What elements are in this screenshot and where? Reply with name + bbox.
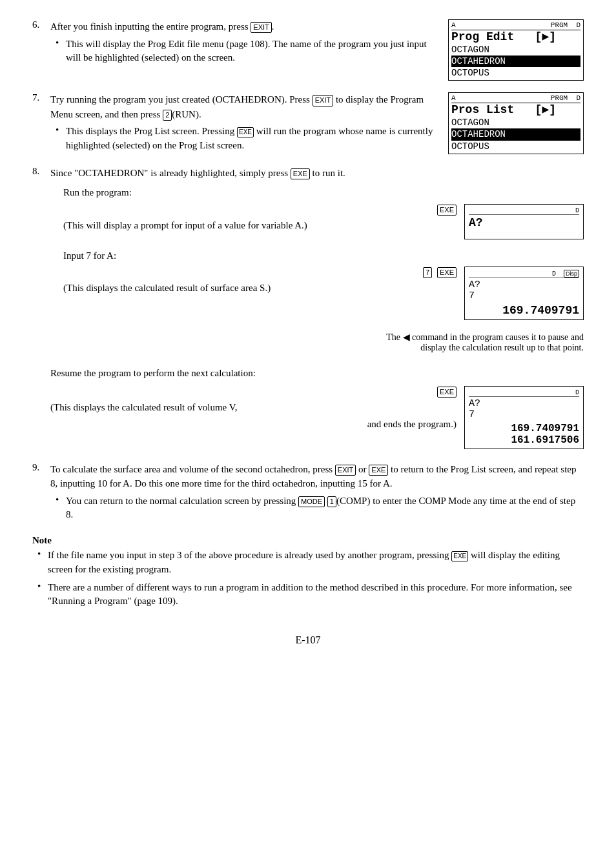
resume-text-col: EXE (This displays the calculated result… bbox=[50, 386, 457, 434]
step-8-text: Since "OCTAHEDRON" is already highlighte… bbox=[50, 166, 584, 181]
screen-box-7: A PRGM D Pros List [▶] OCTAGON OCTAHEDRO… bbox=[448, 92, 584, 154]
page-number: E-107 bbox=[295, 634, 320, 645]
step-7-text-col: Try running the program you just created… bbox=[50, 92, 435, 153]
pause-caption-line2: display the calculation result up to tha… bbox=[32, 343, 584, 353]
bullet-dot-7: • bbox=[56, 125, 66, 153]
screen-row-6-2: OCTOPUS bbox=[451, 67, 580, 79]
input-7-label: Input 7 for A: bbox=[63, 248, 584, 263]
exe-key-8: EXE bbox=[291, 168, 310, 179]
step-9-text: To calculate the surface area and volume… bbox=[50, 462, 584, 491]
resume-exe-key: EXE bbox=[437, 387, 457, 398]
note-section: Note • If the file name you input in ste… bbox=[32, 535, 584, 609]
resume-screen-d: D bbox=[575, 389, 579, 396]
resume-calc-line1: (This displays the calculated result of … bbox=[50, 400, 457, 415]
exe-prompt-key: EXE bbox=[437, 205, 457, 216]
exit-key-7: EXIT bbox=[313, 95, 333, 106]
key-1-9: 1 bbox=[327, 496, 336, 507]
mode-key-9: MODE bbox=[298, 496, 325, 507]
screen-row-7-1: OCTAHEDRON bbox=[451, 128, 580, 140]
step-6-text-col: After you finish inputting the entire pr… bbox=[50, 19, 435, 65]
screen-title-7: Pros List [▶] bbox=[451, 104, 580, 117]
resume-result1: 169.7409791 bbox=[469, 423, 579, 434]
screen-b-line1: A? bbox=[469, 279, 579, 290]
screen-a-line1: A? bbox=[469, 216, 579, 229]
step-6-body: After you finish inputting the entire pr… bbox=[50, 19, 584, 81]
resume-screen-col: D A? 7 169.7409791 161.6917506 bbox=[464, 386, 584, 449]
screen-row-6-1: OCTAHEDRON bbox=[451, 56, 580, 67]
note-bullet-1: • If the file name you input in step 3 o… bbox=[32, 549, 584, 577]
step-7-bullet: • This displays the Prog List screen. Pr… bbox=[56, 125, 435, 153]
step-8-num: 8. bbox=[32, 166, 50, 321]
screen-header-7: A PRGM D bbox=[451, 94, 580, 103]
note-bullet-dot-2: • bbox=[37, 581, 48, 609]
resume-inner: EXE (This displays the calculated result… bbox=[50, 386, 584, 449]
resume-line1: A? bbox=[469, 398, 579, 409]
bullet-dot-6: • bbox=[56, 37, 66, 66]
bullet-text-9: You can return to the normal calculation… bbox=[66, 494, 584, 523]
prompt-caption: (This will display a prompt for input of… bbox=[63, 218, 457, 233]
input7-text-col: 7 EXE (This displays the calculated resu… bbox=[63, 267, 457, 298]
screen-a-col: D A? bbox=[464, 204, 584, 239]
bullet-text-7: This displays the Prog List screen. Pres… bbox=[66, 125, 435, 153]
exe-prompt-key-line: EXE bbox=[63, 204, 457, 216]
screen-header-6: A PRGM D bbox=[451, 21, 580, 30]
resume-section: Resume the program to perform the next c… bbox=[50, 366, 584, 449]
screen-header-label-6: PRGM D bbox=[551, 21, 580, 29]
step-9-body: To calculate the surface area and volume… bbox=[50, 462, 584, 523]
prompt-row: EXE (This will display a prompt for inpu… bbox=[63, 204, 584, 239]
exe-key-7: EXE bbox=[237, 127, 254, 137]
bullet-dot-9: • bbox=[56, 494, 66, 523]
screen-a-d: D bbox=[575, 207, 579, 214]
note-bullet-text-1: If the file name you input in step 3 of … bbox=[48, 549, 584, 577]
key-2-7: 2 bbox=[163, 110, 172, 121]
resume-line2: 7 bbox=[469, 409, 579, 420]
screen-title-6: Prog Edit [▶] bbox=[451, 31, 580, 44]
screen-header-left-7: A bbox=[451, 94, 456, 102]
screen-b-d: D Disp bbox=[552, 270, 579, 278]
step-7-body: Try running the program you just created… bbox=[50, 92, 584, 154]
calc-surface-caption: (This displays the calculated result of … bbox=[63, 281, 457, 296]
step-6-num: 6. bbox=[32, 19, 50, 81]
prompt-text-col: EXE (This will display a prompt for inpu… bbox=[63, 204, 457, 236]
screen-b-col: D Disp A? 7 169.7409791 bbox=[464, 267, 584, 320]
input7-row: Input 7 for A: 7 EXE (This displays the … bbox=[63, 248, 584, 321]
disp-badge: Disp bbox=[564, 270, 579, 278]
step-7-screen: A PRGM D Pros List [▶] OCTAGON OCTAHEDRO… bbox=[448, 92, 584, 154]
step-6-bullet: • This will display the Prog Edit file m… bbox=[56, 37, 435, 66]
page-content: 6. After you finish inputting the entire… bbox=[32, 19, 584, 646]
screen-a: D A? bbox=[464, 204, 584, 239]
key-7: 7 bbox=[423, 267, 432, 278]
run-program-block: Run the program: EXE (This will display … bbox=[63, 185, 584, 320]
resume-label: Resume the program to perform the next c… bbox=[50, 366, 584, 381]
step-7-num: 7. bbox=[32, 92, 50, 154]
screen-row-6-0: OCTAGON bbox=[451, 44, 580, 56]
step-7: 7. Try running the program you just crea… bbox=[32, 92, 584, 154]
screen-b: D Disp A? 7 169.7409791 bbox=[464, 267, 584, 320]
step-8-body: Since "OCTAHEDRON" is already highlighte… bbox=[50, 166, 584, 321]
step-7-text: Try running the program you just created… bbox=[50, 92, 435, 121]
step-6-with-screen: After you finish inputting the entire pr… bbox=[50, 19, 584, 81]
screen-box-6: A PRGM D Prog Edit [▶] OCTAGON OCTAHEDRO… bbox=[448, 19, 584, 81]
screen-header-label-7: PRGM D bbox=[551, 94, 580, 102]
note-bullet-2: • There are a number of different ways t… bbox=[32, 581, 584, 609]
screen-a-header: D bbox=[469, 207, 579, 215]
resume-exe-line: EXE bbox=[50, 386, 457, 398]
note-bullet-text-2: There are a number of different ways to … bbox=[48, 581, 584, 609]
step-9: 9. To calculate the surface area and vol… bbox=[32, 462, 584, 523]
step-6-text: After you finish inputting the entire pr… bbox=[50, 19, 435, 34]
exe-key-note1: EXE bbox=[451, 551, 468, 561]
key7-exe-line: 7 EXE bbox=[63, 267, 457, 278]
exe-key-9: EXE bbox=[369, 465, 388, 476]
screen-header-left-6: A bbox=[451, 21, 456, 29]
screen-b-line2: 7 bbox=[469, 290, 579, 301]
step-8: 8. Since "OCTAHEDRON" is already highlig… bbox=[32, 166, 584, 321]
resume-screen-header: D bbox=[469, 389, 579, 397]
step-9-num: 9. bbox=[32, 462, 50, 523]
input7-inner: 7 EXE (This displays the calculated resu… bbox=[63, 267, 584, 320]
run-program-label: Run the program: bbox=[63, 185, 584, 200]
note-bullet-dot-1: • bbox=[37, 549, 48, 577]
exit-key-9: EXIT bbox=[335, 465, 356, 476]
screen-row-7-0: OCTAGON bbox=[451, 117, 580, 128]
note-title: Note bbox=[32, 535, 584, 546]
pause-caption: The ◀ command in the program causes it t… bbox=[32, 332, 584, 353]
